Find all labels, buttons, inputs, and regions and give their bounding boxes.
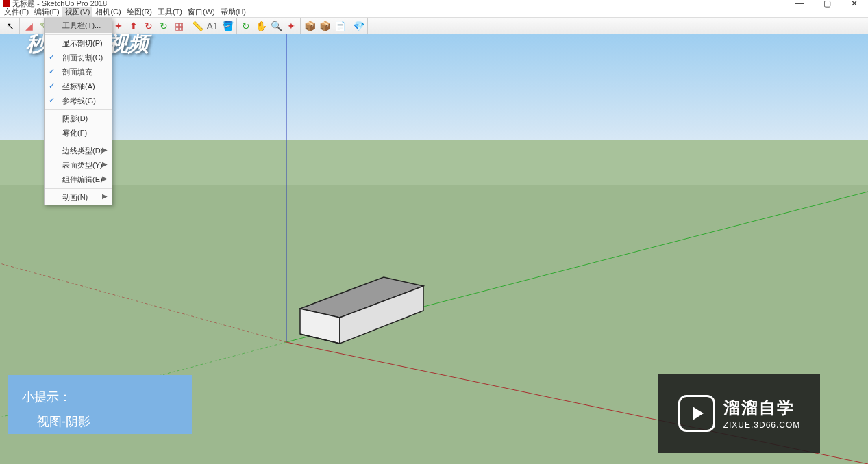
pan-tool-icon[interactable]: ✋	[254, 19, 268, 33]
chevron-right-icon: ▶	[102, 146, 108, 153]
zoom-tool-icon[interactable]: 🔍	[269, 19, 283, 33]
app-icon	[3, 0, 10, 7]
menu-tools[interactable]: 工具(T)	[155, 7, 185, 17]
dd-item-guides[interactable]: ✓ 参考线(G)	[45, 94, 112, 108]
dd-item-toolbar[interactable]: 工具栏(T)...	[45, 18, 112, 33]
menu-draw[interactable]: 绘图(R)	[124, 7, 155, 17]
ruby-icon[interactable]: 💎	[351, 19, 365, 33]
chevron-right-icon: ▶	[102, 160, 108, 168]
brand-text: 溜溜自学 ZIXUE.3D66.COM	[723, 397, 801, 430]
dd-item-fog[interactable]: 雾化(F)	[45, 126, 112, 140]
menu-help[interactable]: 帮助(H)	[218, 7, 249, 17]
move-tool-icon[interactable]: ✦	[112, 19, 125, 33]
view-dropdown: 工具栏(T)... 显示剖切(P) ✓ 剖面切割(C) ✓ 剖面填充 ✓ 坐标轴…	[44, 18, 112, 205]
dd-item-animation[interactable]: 动画(N) ▶	[45, 190, 112, 205]
maximize-button[interactable]: ▢	[813, 0, 841, 7]
zoom-extents-icon[interactable]: ✦	[284, 19, 298, 33]
dd-sep	[45, 34, 112, 35]
eraser-tool-icon[interactable]: ◢	[22, 19, 36, 33]
sky	[0, 34, 868, 140]
minimize-button[interactable]: —	[786, 0, 813, 7]
dd-item-component-edit[interactable]: 组件编辑(E) ▶	[45, 172, 112, 187]
dd-item-section-cut[interactable]: ✓ 剖面切割(C)	[45, 51, 112, 65]
brand-main: 溜溜自学	[723, 397, 801, 419]
rotate-tool-icon[interactable]: ↻	[142, 19, 156, 33]
window-title: 无标题 - SketchUp Pro 2018	[12, 0, 107, 9]
tool-group-ruby: 💎	[349, 18, 368, 34]
dd-sep	[45, 142, 112, 142]
dd-sep	[45, 109, 112, 110]
tip-box: 小提示： 视图-阴影	[8, 375, 192, 434]
paint-tool-icon[interactable]: 🪣	[221, 19, 234, 33]
tool-group-camera: ↻ ✋ 🔍 ✦	[237, 18, 301, 34]
warehouse-icon[interactable]: 📦	[303, 19, 317, 33]
brand-sub: ZIXUE.3D66.COM	[723, 420, 801, 430]
menu-window[interactable]: 窗口(W)	[185, 7, 218, 17]
tool-group-measure: 📏 A1 🪣	[188, 18, 237, 34]
check-icon: ✓	[49, 96, 55, 105]
brand-box: 溜溜自学 ZIXUE.3D66.COM	[658, 374, 820, 453]
dd-item-axes[interactable]: ✓ 坐标轴(A)	[45, 79, 112, 94]
dd-item-section-display[interactable]: 显示剖切(P)	[45, 36, 112, 51]
check-icon: ✓	[49, 53, 55, 62]
dd-sep	[45, 188, 112, 189]
extension-icon[interactable]: 📦	[318, 19, 332, 33]
dd-item-edge-style[interactable]: 边线类型(D) ▶	[45, 144, 112, 158]
dd-item-face-style[interactable]: 表面类型(Y) ▶	[45, 158, 112, 172]
orbit-tool-icon[interactable]: ↻	[239, 19, 253, 33]
tape-tool-icon[interactable]: 📏	[190, 19, 204, 33]
brand-play-icon	[678, 395, 715, 432]
layout-icon[interactable]: 📄	[333, 19, 347, 33]
titlebar: 无标题 - SketchUp Pro 2018 — ▢ ✕	[0, 0, 868, 7]
menubar: 文件(F) 编辑(E) 视图(V) 相机(C) 绘图(R) 工具(T) 窗口(W…	[0, 7, 868, 18]
check-icon: ✓	[49, 67, 55, 76]
dd-item-section-fill[interactable]: ✓ 剖面填充	[45, 65, 112, 79]
tip-content: 视图-阴影	[22, 409, 178, 434]
chevron-right-icon: ▶	[102, 192, 108, 200]
close-button[interactable]: ✕	[841, 0, 868, 7]
window-controls: — ▢ ✕	[786, 0, 868, 7]
text-tool-icon[interactable]: A1	[206, 19, 219, 33]
toolbar: ↖ ◢ ✎ ✦ ⬆ ↻ ↻ ▦ 📏 A1 🪣 ↻ ✋ 🔍 ✦ 📦 📦 📄 💎	[0, 18, 868, 34]
select-tool-icon[interactable]: ↖	[3, 19, 17, 33]
offset-tool-icon[interactable]: ▦	[172, 19, 186, 33]
pushpull-tool-icon[interactable]: ⬆	[127, 19, 140, 33]
chevron-right-icon: ▶	[102, 175, 108, 182]
ground-far	[0, 140, 868, 185]
tool-group-modify: ✦ ⬆ ↻ ↻ ▦	[110, 18, 188, 34]
tip-title: 小提示：	[22, 385, 178, 409]
dd-item-shadows[interactable]: 阴影(D)	[45, 112, 112, 126]
check-icon: ✓	[49, 81, 55, 90]
tool-group-select: ↖	[1, 18, 20, 34]
tool-group-warehouse: 📦 📦 📄	[301, 18, 349, 34]
scale-tool-icon[interactable]: ↻	[157, 19, 171, 33]
